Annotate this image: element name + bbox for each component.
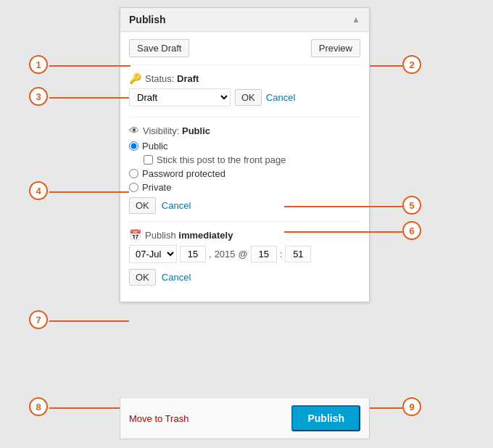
status-text: Status: Draft — [145, 73, 199, 84]
annotation-3: 3 — [29, 87, 48, 106]
visibility-private-option: Private — [129, 182, 360, 193]
sticky-label: Stick this post to the front page — [157, 154, 286, 165]
annotation-5: 5 — [402, 196, 421, 215]
status-ok-button[interactable]: OK — [235, 89, 262, 106]
public-radio[interactable] — [129, 141, 138, 151]
visibility-cancel-link[interactable]: Cancel — [162, 200, 191, 211]
line-6 — [284, 231, 402, 233]
status-section: 🔑 Status: Draft Draft Pending Review OK … — [129, 72, 360, 117]
annotation-8: 8 — [29, 397, 48, 416]
publish-button[interactable]: Publish — [291, 405, 360, 431]
visibility-value: Public — [182, 125, 210, 136]
status-dropdown[interactable]: Draft Pending Review — [129, 88, 231, 107]
visibility-password-option: Password protected — [129, 168, 360, 179]
public-label: Public — [142, 141, 167, 152]
line-9 — [370, 407, 402, 409]
status-label-row: 🔑 Status: Draft — [129, 72, 360, 84]
line-1 — [49, 65, 130, 67]
annotation-2: 2 — [402, 55, 421, 74]
private-radio[interactable] — [129, 183, 138, 192]
annotation-7: 7 — [29, 310, 48, 329]
private-label: Private — [142, 182, 171, 193]
line-2 — [370, 65, 402, 67]
datetime-ok-button[interactable]: OK — [129, 269, 156, 286]
comma-separator: , — [209, 249, 212, 260]
calendar-icon: 📅 — [129, 229, 141, 241]
eye-icon: 👁 — [129, 125, 139, 136]
sticky-checkbox[interactable] — [144, 155, 153, 165]
visibility-ok-button[interactable]: OK — [129, 197, 156, 214]
at-symbol: @ — [239, 249, 248, 260]
status-cancel-link[interactable]: Cancel — [266, 92, 295, 103]
colon-separator: : — [280, 249, 283, 260]
annotation-9: 9 — [402, 397, 421, 416]
line-5 — [284, 206, 402, 207]
key-icon: 🔑 — [129, 72, 141, 84]
year-value: 2015 — [215, 249, 236, 260]
publish-panel: Publish ▲ Save Draft Preview 🔑 Status: D… — [120, 7, 370, 302]
status-select-row: Draft Pending Review OK Cancel — [129, 88, 360, 107]
password-label: Password protected — [142, 168, 225, 179]
visibility-options: Public Stick this post to the front page… — [129, 141, 360, 193]
line-3 — [49, 97, 129, 99]
collapse-arrow[interactable]: ▲ — [352, 14, 360, 25]
datetime-ok-cancel-row: OK Cancel — [129, 269, 360, 286]
hour-input[interactable] — [180, 246, 206, 262]
status-value: Draft — [177, 73, 199, 84]
line-4 — [49, 191, 129, 193]
line-8 — [49, 407, 120, 409]
publish-time-text: Publish immediately — [145, 230, 233, 241]
panel-body: Save Draft Preview 🔑 Status: Draft Draft… — [120, 32, 369, 302]
line-7 — [49, 320, 129, 322]
visibility-label-row: 👁 Visibility: Public — [129, 125, 360, 136]
save-draft-button[interactable]: Save Draft — [129, 39, 189, 57]
minute-input[interactable] — [251, 246, 277, 262]
draft-preview-row: Save Draft Preview — [129, 39, 360, 65]
second-input[interactable] — [285, 246, 311, 262]
visibility-text: Visibility: Public — [143, 125, 210, 136]
visibility-public-option: Public — [129, 141, 360, 152]
move-to-trash-link[interactable]: Move to Trash — [129, 413, 188, 424]
annotation-6: 6 — [402, 221, 421, 240]
annotation-1: 1 — [29, 55, 48, 74]
password-radio[interactable] — [129, 169, 138, 178]
publish-immediately-label: immediately — [178, 230, 233, 241]
bottom-action-bar: Move to Trash Publish — [120, 397, 370, 439]
sticky-option: Stick this post to the front page — [144, 154, 360, 165]
day-month-select[interactable]: 07-Jul — [129, 245, 177, 263]
page-wrapper: Publish ▲ Save Draft Preview 🔑 Status: D… — [0, 0, 493, 448]
datetime-row: 07-Jul , 2015 @ : — [129, 245, 360, 263]
annotation-4: 4 — [29, 181, 48, 200]
publish-time-section: 📅 Publish immediately 07-Jul , 2015 @ : — [129, 229, 360, 293]
panel-title: Publish — [129, 14, 166, 25]
preview-button[interactable]: Preview — [311, 39, 360, 57]
datetime-cancel-link[interactable]: Cancel — [162, 272, 191, 283]
panel-header: Publish ▲ — [120, 8, 369, 32]
